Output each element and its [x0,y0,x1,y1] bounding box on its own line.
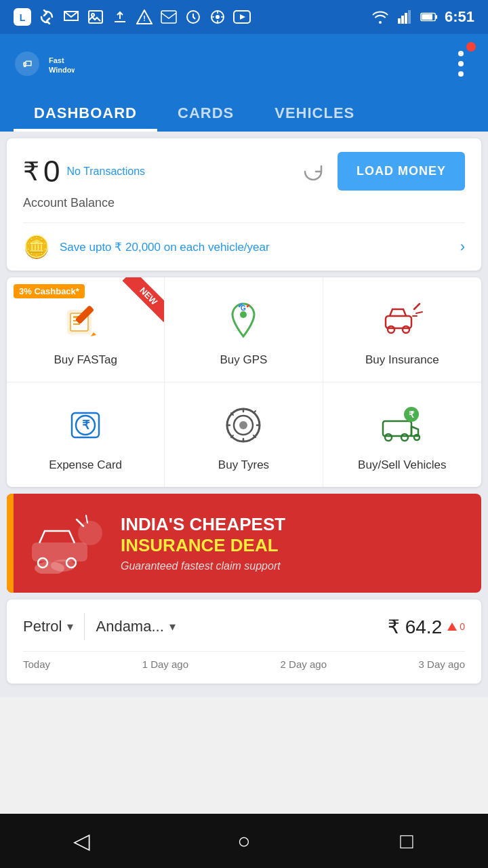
savings-banner[interactable]: 🪙 Save upto ₹ 20,000 on each vehicle/yea… [23,222,465,271]
wifi-icon [371,8,389,26]
svg-point-59 [51,559,75,572]
image-icon [87,8,104,26]
svg-text:!: ! [143,14,146,22]
insurance-subtitle: Guaranteed fastest claim support [121,560,462,572]
svg-rect-14 [408,10,411,24]
loco-icon: L [14,8,31,26]
fuel-price-value: ₹ 64.2 [388,616,442,638]
date-2day: 2 Day ago [281,658,327,670]
insurance-icon [378,296,426,344]
svg-rect-2 [89,11,102,23]
service-buy-gps[interactable]: G Buy GPS [165,277,323,382]
main-content: ₹ 0 No Transactions LOAD MONEY Account B… [0,132,488,697]
fuel-price-card: Petrol ▾ Andama... ▾ ₹ 64.2 0 Today 1 Da… [7,599,481,684]
fuel-change-value: 0 [460,621,465,632]
svg-point-49 [414,435,420,440]
svg-marker-60 [447,623,457,631]
balance-value: 0 [43,155,60,189]
svg-point-3 [92,14,94,16]
fuel-location-chevron: ▾ [169,619,176,634]
insurance-banner-image [26,513,107,574]
balance-actions: LOAD MONEY [302,152,465,191]
fuel-divider [84,613,85,640]
fuel-price-display: ₹ 64.2 0 [388,616,465,638]
svg-text:🏷: 🏷 [22,58,32,69]
insurance-banner[interactable]: INDIA'S CHEAPEST INSURANCE DEAL Guarante… [7,494,481,593]
app-logo: 🏷 Fast Window [14,50,75,78]
nav-tabs: DASHBOARD CARDS VEHICLES [14,98,474,132]
account-balance-label: Account Balance [23,196,465,222]
insurance-banner-text: INDIA'S CHEAPEST INSURANCE DEAL Guarante… [121,514,462,572]
fastag-icon [62,296,109,344]
service-insurance-label: Buy Insurance [365,353,439,367]
balance-top: ₹ 0 No Transactions LOAD MONEY [23,152,465,191]
svg-text:L: L [20,12,26,23]
svg-rect-29 [73,323,80,325]
tab-dashboard[interactable]: DASHBOARD [14,98,157,132]
tab-vehicles[interactable]: VEHICLES [254,98,375,132]
new-ribbon: NEW [117,277,164,325]
coins-icon: 🪙 [23,234,50,260]
status-bar: L [0,0,488,34]
insurance-title-line2: INSURANCE DEAL [121,535,462,556]
fuel-type-dropdown[interactable]: Petrol ▾ [23,618,73,635]
svg-point-8 [216,16,219,18]
balance-left: ₹ 0 No Transactions [23,155,145,189]
date-3day: 3 Day ago [419,658,465,670]
service-buy-fastag[interactable]: 3% Cashback* NEW Buy FASTag [7,277,165,382]
service-expense-card[interactable]: ₹ Expense Card [7,382,165,487]
tab-cards[interactable]: CARDS [157,98,254,132]
svg-line-37 [414,304,420,309]
load-money-button[interactable]: LOAD MONEY [338,152,465,191]
balance-card: ₹ 0 No Transactions LOAD MONEY Account B… [7,138,481,271]
service-expense-label: Expense Card [49,458,122,472]
svg-line-56 [77,519,83,526]
orange-accent-bar [7,494,14,593]
services-card: 3% Cashback* NEW Buy FASTag [7,277,481,487]
date-row: Today 1 Day ago 2 Day ago 3 Day ago [23,651,465,670]
svg-point-22 [458,51,464,56]
svg-point-24 [458,71,464,77]
svg-line-38 [416,312,422,313]
svg-text:₹: ₹ [409,410,415,420]
svg-point-36 [403,326,409,333]
status-icons-right: 6:51 [371,8,474,26]
message-icon [62,8,80,26]
status-time: 6:51 [445,8,474,26]
header-top: 🏷 Fast Window [14,43,474,84]
account-balance-amount: ₹ 0 No Transactions [23,155,145,189]
refresh-icon[interactable] [302,161,324,182]
no-transactions-label: No Transactions [66,165,145,178]
service-buy-sell-vehicles[interactable]: ₹ Buy/Sell Vehicles [323,382,481,487]
service-buy-insurance[interactable]: Buy Insurance [323,277,481,382]
fuel-top: Petrol ▾ Andama... ▾ ₹ 64.2 0 [23,613,465,640]
savings-arrow-icon: › [460,238,465,256]
svg-text:G: G [241,304,247,312]
signal-icon [396,8,413,26]
svg-point-35 [388,326,394,333]
date-today: Today [23,658,50,670]
svg-point-32 [240,311,247,318]
cashback-badge: 3% Cashback* [14,284,85,298]
savings-text: Save upto ₹ 20,000 on each vehicle/year [60,240,451,254]
svg-marker-10 [240,14,245,20]
home-button[interactable]: ○ [217,814,271,868]
back-button[interactable]: ◁ [54,814,108,868]
services-grid: 3% Cashback* NEW Buy FASTag [7,277,481,487]
fuel-price-change: 0 [447,621,465,632]
fuel-type-chevron: ▾ [67,619,73,634]
fuel-location-label: Andama... [96,618,163,635]
svg-rect-13 [405,13,407,24]
service-buy-tyres[interactable]: Buy Tyres [165,382,323,487]
compass-icon [209,8,226,26]
svg-point-47 [385,434,392,441]
fuel-location-dropdown[interactable]: Andama... ▾ [96,618,175,635]
insurance-title-line1: INDIA'S CHEAPEST [121,514,462,535]
status-icons-left: L [14,8,251,26]
warning-icon: ! [136,8,153,26]
fuel-type-label: Petrol [23,618,62,635]
recent-apps-button[interactable]: □ [380,814,434,868]
svg-rect-11 [398,18,401,24]
service-fastag-label: Buy FASTag [54,353,117,367]
svg-point-48 [401,434,408,441]
